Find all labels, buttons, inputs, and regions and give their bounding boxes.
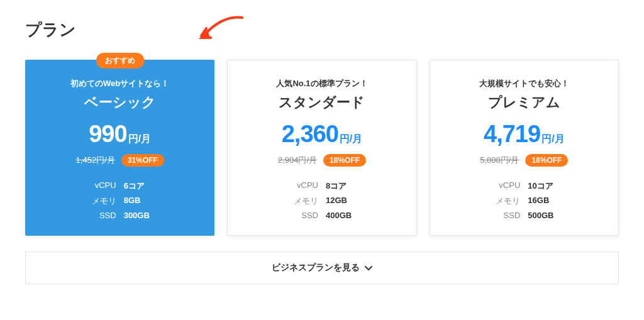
discount-badge: 31%OFF xyxy=(121,154,164,167)
plan-tagline: 初めてのWebサイトなら！ xyxy=(38,78,201,89)
spec-label-vcpu: vCPU xyxy=(275,180,318,192)
spec-label-memory: メモリ xyxy=(73,196,116,207)
spec-label-ssd: SSD xyxy=(477,211,520,220)
price-unit: 円/月 xyxy=(340,133,362,146)
plan-tagline: 大規模サイトでも安心！ xyxy=(443,78,606,89)
discount-badge: 18%OFF xyxy=(323,154,366,167)
discount-line: 5,808円/月 18%OFF xyxy=(443,154,606,167)
spec-label-vcpu: vCPU xyxy=(73,180,116,192)
plan-card-standard[interactable]: 人気No.1の標準プラン！ スタンダード 2,360 円/月 2,904円/月 … xyxy=(227,60,416,236)
price-line: 4,719 円/月 xyxy=(443,121,606,148)
spec-label-ssd: SSD xyxy=(275,211,318,220)
plans-row: おすすめ 初めてのWebサイトなら！ ベーシック 990 円/月 1,452円/… xyxy=(25,60,619,236)
price-line: 990 円/月 xyxy=(38,121,201,148)
spec-label-memory: メモリ xyxy=(275,196,318,207)
business-plans-link[interactable]: ビジネスプランを見る xyxy=(25,251,619,284)
spec-value-vcpu: 10コア xyxy=(528,180,571,192)
price-amount: 990 xyxy=(89,121,126,148)
recommended-badge: おすすめ xyxy=(96,53,144,69)
plan-card-premium[interactable]: 大規模サイトでも安心！ プレミアム 4,719 円/月 5,808円/月 18%… xyxy=(430,60,619,236)
discount-line: 1,452円/月 31%OFF xyxy=(38,154,201,167)
plan-tagline: 人気No.1の標準プラン！ xyxy=(240,78,403,89)
spec-value-ssd: 400GB xyxy=(326,211,369,220)
plan-name: スタンダード xyxy=(240,93,403,112)
specs-list: vCPU 10コア メモリ 16GB SSD 500GB xyxy=(477,180,571,220)
business-link-label: ビジネスプランを見る xyxy=(272,262,360,273)
spec-label-vcpu: vCPU xyxy=(477,180,520,192)
original-price: 2,904円/月 xyxy=(278,155,317,166)
price-unit: 円/月 xyxy=(128,133,151,146)
spec-label-ssd: SSD xyxy=(73,211,116,220)
specs-list: vCPU 6コア メモリ 8GB SSD 300GB xyxy=(73,180,167,220)
plan-card-basic[interactable]: おすすめ 初めてのWebサイトなら！ ベーシック 990 円/月 1,452円/… xyxy=(25,60,214,236)
price-line: 2,360 円/月 xyxy=(240,121,403,148)
plan-name: ベーシック xyxy=(38,93,201,112)
spec-value-vcpu: 8コア xyxy=(326,180,369,192)
spec-label-memory: メモリ xyxy=(477,196,520,207)
spec-value-ssd: 300GB xyxy=(124,211,167,220)
original-price: 1,452円/月 xyxy=(76,155,115,166)
spec-value-memory: 12GB xyxy=(326,196,369,207)
specs-list: vCPU 8コア メモリ 12GB SSD 400GB xyxy=(275,180,369,220)
price-unit: 円/月 xyxy=(541,133,564,146)
chevron-down-icon xyxy=(365,263,372,273)
spec-value-memory: 8GB xyxy=(124,196,167,207)
plan-name: プレミアム xyxy=(443,93,606,112)
arrow-annotation-icon xyxy=(195,13,245,44)
discount-line: 2,904円/月 18%OFF xyxy=(240,154,403,167)
original-price: 5,808円/月 xyxy=(480,155,519,166)
price-amount: 4,719 xyxy=(484,121,540,148)
price-amount: 2,360 xyxy=(282,121,338,148)
spec-value-vcpu: 6コア xyxy=(124,180,167,192)
spec-value-memory: 16GB xyxy=(528,196,571,207)
section-title: プラン xyxy=(25,19,619,41)
spec-value-ssd: 500GB xyxy=(528,211,571,220)
discount-badge: 18%OFF xyxy=(525,154,568,167)
